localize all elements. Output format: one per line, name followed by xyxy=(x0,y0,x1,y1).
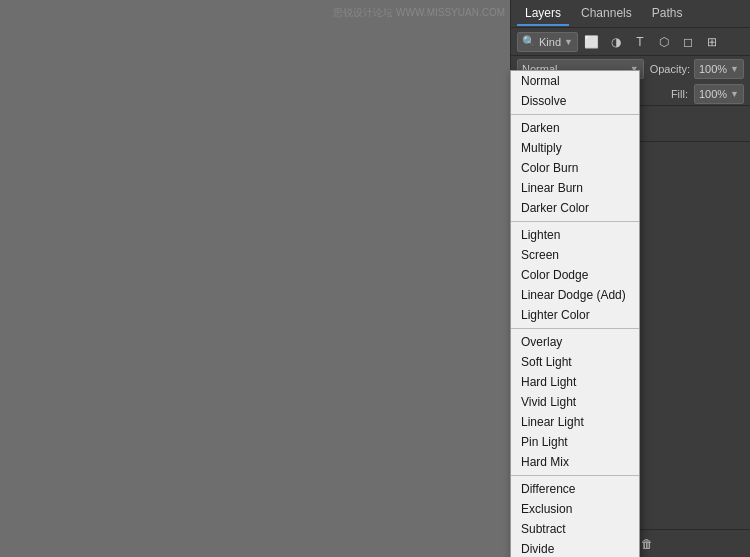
opacity-label: Opacity: xyxy=(650,63,690,75)
dropdown-item-screen[interactable]: Screen xyxy=(511,245,639,265)
dropdown-item-pin-light[interactable]: Pin Light xyxy=(511,432,639,452)
dropdown-item-soft-light[interactable]: Soft Light xyxy=(511,352,639,372)
shape-icon[interactable]: ⬡ xyxy=(654,32,674,52)
dropdown-item-linear-dodge-(add)[interactable]: Linear Dodge (Add) xyxy=(511,285,639,305)
fill-label: Fill: xyxy=(671,88,688,100)
fill-input[interactable]: 100% ▼ xyxy=(694,84,744,104)
dropdown-item-darken[interactable]: Darken xyxy=(511,118,639,138)
fill-value: 100% xyxy=(699,88,727,100)
adjustment-layer-icon[interactable]: ◑ xyxy=(606,32,626,52)
delete-layer-icon[interactable]: 🗑 xyxy=(637,534,657,554)
watermark: 思锐设计论坛 WWW.MISSYUAN.COM xyxy=(333,6,505,20)
chevron-down-icon: ▼ xyxy=(564,37,573,47)
search-icon: 🔍 xyxy=(522,35,536,48)
dropdown-item-lighten[interactable]: Lighten xyxy=(511,225,639,245)
dropdown-separator xyxy=(511,221,639,222)
dropdown-separator xyxy=(511,114,639,115)
dropdown-item-color-dodge[interactable]: Color Dodge xyxy=(511,265,639,285)
tab-layers[interactable]: Layers xyxy=(517,2,569,26)
dropdown-item-dissolve[interactable]: Dissolve xyxy=(511,91,639,111)
dropdown-item-lighter-color[interactable]: Lighter Color xyxy=(511,305,639,325)
dropdown-item-multiply[interactable]: Multiply xyxy=(511,138,639,158)
text-icon[interactable]: T xyxy=(630,32,650,52)
opacity-container: Opacity: 100% ▼ xyxy=(650,59,744,79)
dropdown-item-vivid-light[interactable]: Vivid Light xyxy=(511,392,639,412)
dropdown-item-linear-burn[interactable]: Linear Burn xyxy=(511,178,639,198)
dropdown-separator xyxy=(511,475,639,476)
dropdown-item-difference[interactable]: Difference xyxy=(511,479,639,499)
opacity-value: 100% xyxy=(699,63,727,75)
dropdown-item-hard-light[interactable]: Hard Light xyxy=(511,372,639,392)
tab-paths[interactable]: Paths xyxy=(644,2,691,26)
icons-row: 🔍 Kind ▼ ⬜ ◑ T ⬡ ◻ ⊞ xyxy=(511,28,750,56)
dropdown-item-darker-color[interactable]: Darker Color xyxy=(511,198,639,218)
dropdown-item-exclusion[interactable]: Exclusion xyxy=(511,499,639,519)
dropdown-item-divide[interactable]: Divide xyxy=(511,539,639,557)
fill-chevron-icon: ▼ xyxy=(730,89,739,99)
kind-label: Kind xyxy=(539,36,561,48)
more-icon[interactable]: ⊞ xyxy=(702,32,722,52)
tab-channels[interactable]: Channels xyxy=(573,2,640,26)
smart-icon[interactable]: ◻ xyxy=(678,32,698,52)
dropdown-item-color-burn[interactable]: Color Burn xyxy=(511,158,639,178)
opacity-chevron-icon: ▼ xyxy=(730,64,739,74)
dropdown-item-overlay[interactable]: Overlay xyxy=(511,332,639,352)
dropdown-separator xyxy=(511,328,639,329)
dropdown-item-hard-mix[interactable]: Hard Mix xyxy=(511,452,639,472)
opacity-input[interactable]: 100% ▼ xyxy=(694,59,744,79)
tabs-row: Layers Channels Paths xyxy=(511,0,750,28)
dropdown-item-subtract[interactable]: Subtract xyxy=(511,519,639,539)
dropdown-item-linear-light[interactable]: Linear Light xyxy=(511,412,639,432)
kind-select[interactable]: 🔍 Kind ▼ xyxy=(517,32,578,52)
pixel-icon[interactable]: ⬜ xyxy=(582,32,602,52)
canvas-area xyxy=(0,0,510,557)
dropdown-item-normal[interactable]: Normal xyxy=(511,71,639,91)
blend-mode-dropdown: NormalDissolveDarkenMultiplyColor BurnLi… xyxy=(510,70,640,557)
